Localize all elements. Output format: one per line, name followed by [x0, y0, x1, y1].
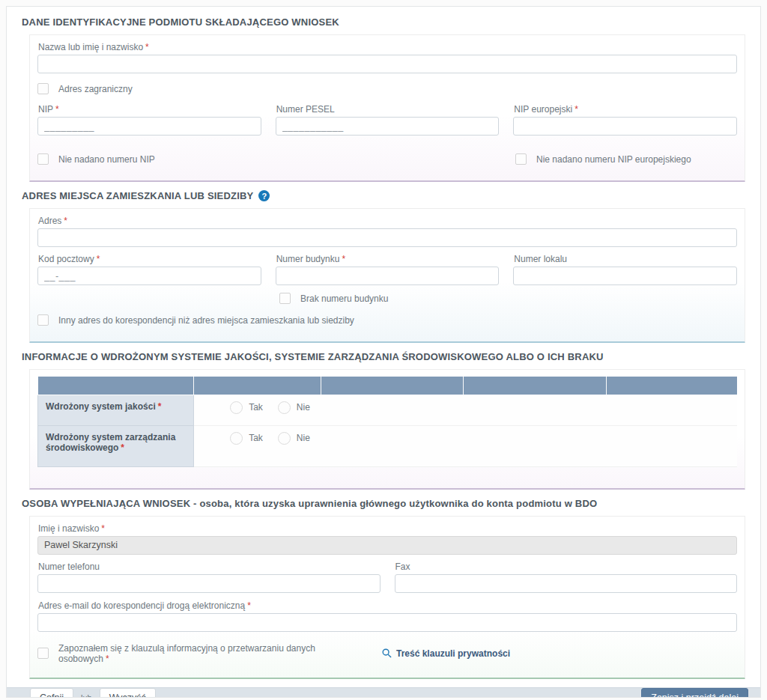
checkbox-label: Nie nadano numeru NIP europejskiego [536, 154, 691, 165]
name-input[interactable] [37, 55, 737, 73]
checkbox-label: Adres zagraniczny [58, 84, 133, 94]
local-number-field: Numer lokalu [513, 254, 737, 285]
required-marker: * [55, 104, 59, 115]
nip-eu-field: NIP europejski* [513, 104, 737, 136]
checkbox-no-nip[interactable]: Nie nadano numeru NIP [37, 153, 155, 165]
checkbox-no-nip-eu[interactable]: Nie nadano numeru NIP europejskiego [515, 153, 691, 165]
checkbox-label: Nie nadano numeru NIP [58, 154, 155, 165]
checkbox-icon[interactable] [37, 153, 49, 165]
nip-checkbox-row: Nie nadano numeru NIP Nie nadano numeru … [37, 153, 737, 168]
checkbox-icon[interactable] [515, 153, 527, 165]
required-marker: * [158, 401, 162, 412]
radio-no-label: Nie [297, 433, 310, 443]
table-header-cell [321, 377, 464, 395]
table-header-cell [606, 377, 737, 395]
nip-eu-field-label: NIP europejski* [514, 104, 737, 115]
nip-input[interactable] [37, 117, 261, 136]
quality-card: Wdrożony system jakości* Tak Nie [29, 369, 745, 490]
checkbox-privacy-consent[interactable]: Zapoznałem się z klauzulą informacyjną o… [37, 643, 360, 664]
privacy-row: Zapoznałem się z klauzulą informacyjną o… [37, 643, 737, 664]
building-number-input[interactable] [276, 267, 500, 285]
section-quality-systems: INFORMACJE O WDROŻONYM SYSTEMIE JAKOŚCI,… [22, 351, 745, 490]
section-address-title: ADRES MIEJSCA ZAMIESZKANIA LUB SIEDZIBY … [22, 190, 745, 201]
section-identification: DANE IDENTYFIKACYJNE PODMIOTU SKŁADAJĄCE… [22, 16, 745, 182]
nip-row: NIP* Numer PESEL NIP europejski* [37, 104, 737, 136]
or-label: lub [81, 693, 92, 699]
checkbox-label: Zapoznałem się z klauzulą informacyjną o… [58, 643, 360, 664]
required-marker: * [101, 523, 105, 534]
address-field-label: Adres* [38, 216, 737, 226]
radio-no[interactable] [278, 401, 291, 414]
required-marker: * [247, 600, 251, 611]
nip-eu-input[interactable] [513, 117, 737, 136]
radio-yes-label: Tak [249, 402, 263, 413]
help-icon[interactable]: ? [258, 190, 270, 201]
local-number-label: Numer lokalu [514, 254, 737, 264]
radio-no[interactable] [278, 432, 291, 445]
section-title-text: DANE IDENTYFIKACYJNE PODMIOTU SKŁADAJĄCE… [22, 16, 339, 28]
section-title-text: INFORMACJE O WDROŻONYM SYSTEMIE JAKOŚCI,… [22, 351, 604, 362]
pesel-input[interactable] [276, 117, 500, 136]
table-header-cell [194, 377, 321, 395]
phone-label: Numer telefonu [38, 561, 381, 572]
checkbox-other-correspondence-address[interactable]: Inny adres do korespondencji niż adres m… [37, 314, 354, 326]
person-name-label: Imię i nazwisko* [38, 523, 737, 534]
privacy-clause-link[interactable]: Treść klauzuli prywatności [382, 648, 510, 659]
fax-input[interactable] [395, 574, 738, 593]
required-marker: * [106, 654, 109, 664]
postal-code-field: Kod pocztowy* [37, 254, 261, 285]
required-marker: * [145, 42, 149, 52]
no-building-row: Brak numeru budynku [37, 293, 737, 307]
email-input[interactable] [37, 613, 737, 632]
checkbox-label: Brak numeru budynku [300, 293, 388, 304]
radio-yes[interactable] [230, 401, 243, 414]
row-label: Wdrożony system jakości* [38, 395, 194, 425]
checkbox-icon[interactable] [37, 314, 49, 326]
table-row-quality-system: Wdrożony system jakości* Tak Nie [38, 395, 738, 425]
foreign-address-row: Adres zagraniczny [37, 83, 737, 97]
person-card: Imię i nazwisko* Numer telefonu Fax Adre… [29, 516, 745, 679]
required-marker: * [64, 216, 67, 226]
postal-code-input[interactable] [37, 267, 261, 285]
local-number-input[interactable] [513, 267, 737, 285]
checkbox-icon[interactable] [37, 83, 49, 94]
form-page: DANE IDENTYFIKACYJNE PODMIOTU SKŁADAJĄCE… [6, 6, 761, 698]
phone-fax-row: Numer telefonu Fax [37, 561, 737, 593]
pesel-field: Numer PESEL [276, 104, 500, 136]
fax-field: Fax [395, 561, 738, 593]
back-button[interactable]: Cofnij [30, 688, 73, 699]
section-title-text: ADRES MIEJSCA ZAMIESZKANIA LUB SIEDZIBY [22, 190, 253, 201]
address-input[interactable] [37, 228, 737, 247]
checkbox-no-building-number[interactable]: Brak numeru budynku [279, 293, 388, 304]
section-person: OSOBA WYPEŁNIAJĄCA WNIOSEK - osoba, któr… [22, 498, 745, 679]
checkbox-icon[interactable] [279, 293, 291, 304]
other-address-row: Inny adres do korespondencji niż adres m… [37, 314, 737, 329]
row-options: Tak Nie [194, 395, 737, 425]
email-label: Adres e-mail do korespondencji drogą ele… [38, 600, 737, 611]
clear-button[interactable]: Wyczyść [100, 688, 156, 699]
postal-code-label: Kod pocztowy* [38, 254, 261, 264]
form-content: DANE IDENTYFIKACYJNE PODMIOTU SKŁADAJĄCE… [7, 7, 760, 687]
save-and-continue-button[interactable]: Zapisz i przejdź dalej [641, 688, 748, 699]
required-marker: * [121, 442, 124, 453]
phone-field: Numer telefonu [37, 561, 381, 593]
checkbox-foreign-address[interactable]: Adres zagraniczny [37, 83, 133, 94]
building-number-label: Numer budynku* [276, 254, 500, 264]
table-header-cell [38, 377, 194, 395]
radio-yes[interactable] [230, 432, 243, 445]
required-marker: * [342, 254, 345, 264]
email-field: Adres e-mail do korespondencji drogą ele… [37, 600, 737, 632]
pesel-field-label: Numer PESEL [276, 104, 500, 115]
checkbox-label: Inny adres do korespondencji niż adres m… [58, 315, 354, 326]
identification-card: Nazwa lub imię i nazwisko* Adres zagrani… [29, 34, 745, 182]
address-card: Adres* Kod pocztowy* Numer budynku* Nume… [29, 208, 745, 343]
section-quality-title: INFORMACJE O WDROŻONYM SYSTEMIE JAKOŚCI,… [22, 351, 745, 362]
quality-systems-table: Wdrożony system jakości* Tak Nie [37, 377, 737, 467]
phone-input[interactable] [37, 574, 381, 593]
required-marker: * [575, 104, 578, 115]
checkbox-icon[interactable] [37, 648, 49, 659]
radio-yes-label: Tak [249, 433, 263, 443]
row-label: Wdrożony system zarządzania środowiskowe… [38, 425, 194, 466]
section-title-text: OSOBA WYPEŁNIAJĄCA WNIOSEK - osoba, któr… [22, 498, 597, 509]
section-person-title: OSOBA WYPEŁNIAJĄCA WNIOSEK - osoba, któr… [22, 498, 745, 509]
